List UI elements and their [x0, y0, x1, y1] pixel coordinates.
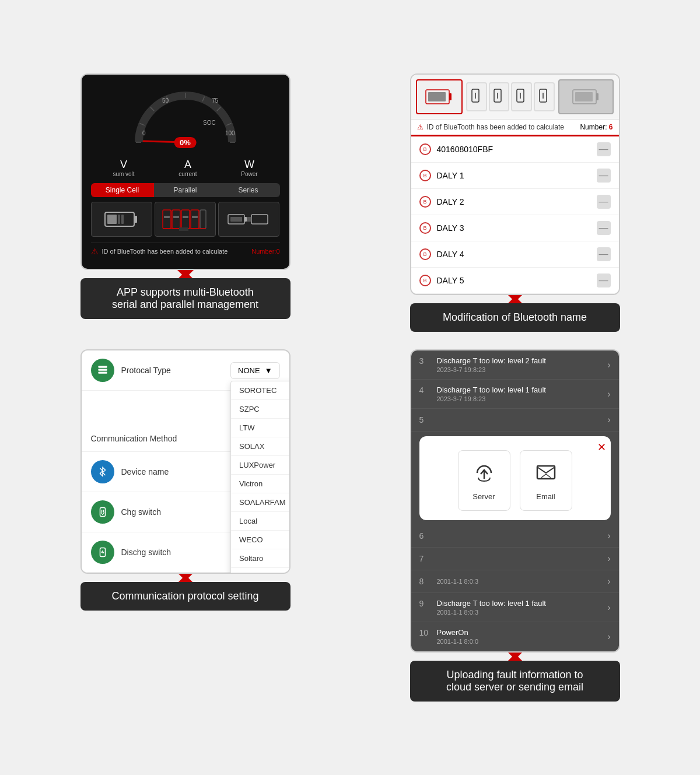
tab-series[interactable]: Series [217, 183, 280, 197]
dischg-switch-label: Dischg switch [121, 548, 172, 557]
battery-series [218, 202, 279, 237]
fault-text-10: PowerOn [437, 628, 479, 637]
fault-text-3: Discharge T too low: level 2 fault [437, 356, 546, 365]
fault-num-8: 8 [419, 577, 430, 586]
bt-icon-0: B [419, 143, 431, 155]
svg-rect-20 [121, 215, 124, 224]
svg-rect-27 [191, 210, 199, 229]
svg-rect-23 [172, 210, 180, 229]
svg-rect-26 [183, 216, 188, 218]
svg-text:75: 75 [212, 97, 219, 104]
bt-remove-3[interactable]: — [597, 221, 611, 235]
fault-screen: 3 Discharge T too low: level 2 fault 202… [411, 350, 619, 651]
fault-chevron-5: › [607, 415, 610, 425]
fault-chevron-7: › [607, 553, 610, 564]
bt-list-item-2[interactable]: B DALY 2 — [411, 189, 619, 215]
bt-icon-3: B [419, 222, 431, 234]
bt-added-text: ID of BlueTooth has been added to calcul… [427, 123, 565, 131]
fault-date-3: 2023-3-7 19:8:23 [437, 366, 546, 373]
bt-list-item-4[interactable]: B DALY 4 — [411, 241, 619, 268]
fault-date-10: 2001-1-1 8:0:0 [437, 638, 479, 645]
dropdown-item-local[interactable]: Local [231, 512, 290, 531]
bt-icon-5: B [419, 275, 431, 286]
protocol-value: NONE [238, 366, 260, 375]
bt-remove-1[interactable]: — [597, 169, 611, 183]
fault-item-9[interactable]: 9 Discharge T too low: level 1 fault 200… [411, 593, 619, 622]
dropdown-item-bsp[interactable]: BSP [231, 568, 290, 574]
email-icon [534, 460, 558, 488]
dialog-close-icon[interactable]: ✕ [597, 441, 606, 454]
bt-list-item-1[interactable]: B DALY 1 — [411, 163, 619, 189]
fault-dialog-container: 5 › ✕ [411, 409, 619, 520]
svg-text:50: 50 [162, 97, 169, 104]
caption-text-1: APP supports multi-Bluetoothserial and p… [112, 286, 258, 310]
dropdown-item-szpc[interactable]: SZPC [231, 400, 290, 419]
bt-remove-4[interactable]: — [597, 247, 611, 261]
server-label: Server [473, 492, 495, 501]
fault-item-8[interactable]: 8 2001-1-1 8:0:3 › [411, 570, 619, 593]
dropdown-item-weco[interactable]: WECO [231, 531, 290, 549]
fault-item-7[interactable]: 7 › [411, 548, 619, 570]
bt-name-0: 401608010FBF [437, 145, 494, 154]
panel-bluetooth-name: ⚠ ID of BlueTooth has been added to calc… [359, 73, 671, 332]
phone-frame-3: Protocal Type NONE ▼ SOROTEC SZPC LTW [80, 349, 290, 574]
svg-rect-18 [107, 215, 117, 224]
bt-list-item-5[interactable]: B DALY 5 — [411, 268, 619, 294]
svg-text:SOC: SOC [203, 120, 216, 126]
bluetooth-status-row: ⚠ ID of BlueTooth has been added to calc… [91, 243, 280, 259]
dropdown-item-victron[interactable]: Victron [231, 475, 290, 493]
dialog-email-option[interactable]: Email [520, 450, 572, 511]
fault-item-3[interactable]: 3 Discharge T too low: level 2 fault 202… [411, 350, 619, 380]
dropdown-item-luxpower[interactable]: LUXPower [231, 456, 290, 475]
email-label: Email [536, 492, 555, 501]
bt-list-item-3[interactable]: B DALY 3 — [411, 215, 619, 241]
volt-icon: V [120, 159, 127, 171]
bt-list-item-0[interactable]: B 401608010FBF — [411, 136, 619, 163]
dialog-server-option[interactable]: Server [458, 450, 510, 511]
dropdown-item-ltw[interactable]: LTW [231, 419, 290, 437]
chg-switch-label: Chg switch [121, 507, 161, 517]
fault-num-6: 6 [419, 531, 430, 541]
dropdown-item-solax[interactable]: SOLAX [231, 437, 290, 456]
protocol-dropdown-menu: SOROTEC SZPC LTW SOLAX LUXPower Victron … [230, 381, 290, 574]
fault-num-4: 4 [419, 385, 430, 395]
soc-gauge: 0 50 75 100 SOC 0% [127, 84, 244, 154]
bt-name-4: DALY 4 [437, 250, 464, 259]
svg-rect-25 [181, 210, 190, 229]
svg-rect-50 [575, 92, 593, 101]
fault-left-7: 7 [419, 554, 430, 563]
fault-item-4[interactable]: 4 Discharge T too low: level 1 fault 202… [411, 380, 619, 409]
fault-num-9: 9 [419, 599, 430, 608]
bt-remove-5[interactable]: — [597, 273, 611, 287]
bat-block-3 [489, 82, 510, 111]
svg-text:0: 0 [142, 130, 146, 136]
battery-visual-row [416, 79, 614, 114]
dischg-icon [91, 541, 114, 564]
svg-text:100: 100 [225, 130, 235, 136]
svg-rect-53 [98, 372, 107, 374]
fault-left-3: 3 Discharge T too low: level 2 fault 202… [419, 356, 546, 373]
tab-parallel[interactable]: Parallel [154, 183, 217, 197]
fault-date-4: 2023-3-7 19:8:23 [437, 395, 546, 402]
protocol-dropdown[interactable]: NONE ▼ [230, 362, 279, 379]
bat-block-4 [511, 82, 532, 111]
warning-icon: ⚠ [91, 247, 99, 256]
bt-item-left-5: B DALY 5 [419, 275, 464, 286]
dropdown-item-sorotec[interactable]: SOROTEC [231, 381, 290, 400]
soc-value: 0% [174, 137, 197, 148]
battery-single [91, 202, 152, 237]
fault-item-6[interactable]: 6 › [411, 525, 619, 548]
battery-preview-row [91, 202, 280, 237]
bluetooth-icon [91, 460, 114, 483]
fault-item-10[interactable]: 10 PowerOn 2001-1-1 8:0:0 › [411, 622, 619, 651]
bt-remove-2[interactable]: — [597, 195, 611, 209]
fault-item-5[interactable]: 5 › [411, 409, 619, 432]
dropdown-item-soalarfam[interactable]: SOALARFAM [231, 493, 290, 512]
metric-volt: V sum volt [113, 159, 134, 177]
svg-rect-35 [247, 217, 251, 222]
bt-remove-0[interactable]: — [597, 142, 611, 156]
svg-rect-38 [449, 93, 452, 100]
power-label: Power [241, 171, 257, 177]
tab-single-cell[interactable]: Single Cell [91, 183, 154, 197]
dropdown-item-soltaro[interactable]: Soltaro [231, 549, 290, 568]
